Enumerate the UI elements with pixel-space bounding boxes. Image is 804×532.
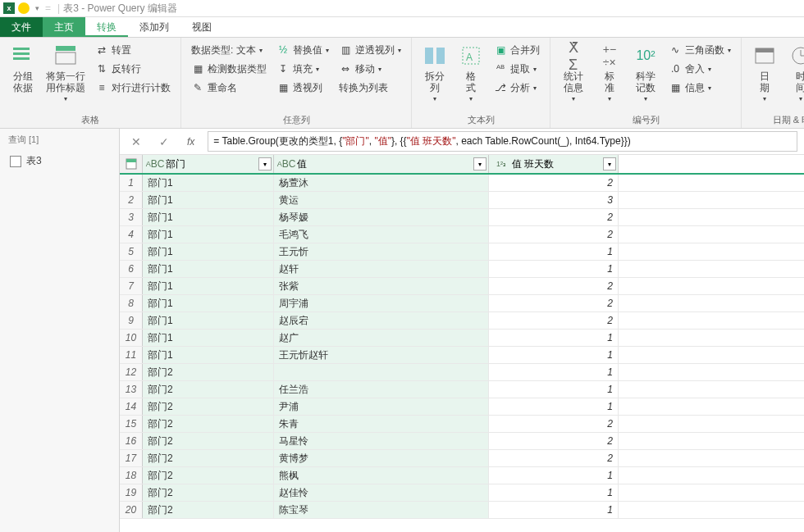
chevron-down-icon[interactable]: ▾ [35, 4, 39, 12]
scientific-button[interactable]: 10² 科学 记数▾ [629, 41, 662, 107]
query-item[interactable]: 表3 [0, 151, 119, 171]
row-number[interactable]: 19 [120, 484, 143, 501]
cell-count[interactable]: 1 [489, 398, 619, 415]
parse-button[interactable]: ⎇分析 ▾ [491, 79, 543, 97]
datatype-button[interactable]: 数据类型: 文本 ▾ [188, 41, 270, 59]
cell-value[interactable]: 王元忻 [274, 243, 489, 260]
split-column-button[interactable]: 拆分 列▾ [418, 41, 451, 107]
tab-home[interactable]: 主页 [43, 17, 85, 37]
time-button[interactable]: 时 间▾ [784, 41, 804, 107]
cell-dept[interactable]: 部门1 [143, 243, 274, 260]
cell-count[interactable]: 2 [489, 226, 619, 243]
cell-dept[interactable]: 部门1 [143, 278, 274, 294]
cell-dept[interactable]: 部门2 [143, 484, 274, 501]
row-number[interactable]: 7 [120, 278, 143, 294]
filter-dropdown-icon[interactable]: ▾ [603, 157, 616, 171]
table-row[interactable]: 11部门1王元忻赵轩1 [120, 347, 804, 364]
confirm-icon[interactable]: ✓ [154, 135, 174, 148]
table-row[interactable]: 4部门1毛鸿飞2 [120, 226, 804, 243]
table-row[interactable]: 19部门2赵佳怜1 [120, 484, 804, 502]
standard-button[interactable]: +−÷× 标 准▾ [593, 41, 626, 107]
row-number[interactable]: 17 [120, 450, 143, 466]
cell-dept[interactable]: 部门2 [143, 381, 274, 398]
cell-value[interactable]: 王元忻赵轩 [274, 347, 489, 363]
cell-count[interactable]: 1 [489, 381, 619, 398]
filter-dropdown-icon[interactable]: ▾ [258, 157, 272, 171]
trig-button[interactable]: ∿三角函数 ▾ [665, 41, 734, 59]
table-row[interactable]: 2部门1黄运3 [120, 192, 804, 209]
row-number[interactable]: 8 [120, 295, 143, 311]
statistics-button[interactable]: Χ̄Σ 统计 信息▾ [557, 41, 590, 107]
cell-count[interactable]: 1 [489, 347, 619, 363]
table-row[interactable]: 20部门2陈宝琴1 [120, 502, 804, 519]
table-row[interactable]: 17部门2黄博梦2 [120, 450, 804, 467]
cell-dept[interactable]: 部门2 [143, 364, 274, 380]
row-number[interactable]: 3 [120, 209, 143, 225]
date-button[interactable]: 日 期▾ [748, 41, 781, 107]
table-row[interactable]: 1部门1杨萱沐2 [120, 175, 804, 192]
table-row[interactable]: 12部门21 [120, 364, 804, 381]
table-row[interactable]: 13部门2任兰浩1 [120, 381, 804, 398]
cell-dept[interactable]: 部门2 [143, 450, 274, 466]
cell-count[interactable]: 2 [489, 312, 619, 329]
row-number[interactable]: 6 [120, 261, 143, 277]
select-all-corner[interactable] [120, 155, 143, 173]
cell-value[interactable]: 马星怜 [274, 433, 489, 449]
cell-count[interactable]: 1 [489, 364, 619, 380]
tab-transform[interactable]: 转换 [85, 17, 128, 37]
cell-value[interactable]: 黄博梦 [274, 450, 489, 466]
move-button[interactable]: ⇔移动 ▾ [336, 60, 404, 78]
formula-input[interactable]: = Table.Group(更改的类型1, {"部门", "值"}, {{"值 … [208, 131, 797, 152]
row-number[interactable]: 15 [120, 416, 143, 432]
row-number[interactable]: 11 [120, 347, 143, 363]
reverse-rows-button[interactable]: ⇅反转行 [92, 60, 174, 78]
row-number[interactable]: 13 [120, 381, 143, 398]
cell-value[interactable]: 尹浦 [274, 398, 489, 415]
row-number[interactable]: 16 [120, 433, 143, 449]
cell-value[interactable]: 任兰浩 [274, 381, 489, 398]
cell-value[interactable]: 毛鸿飞 [274, 226, 489, 243]
row-number[interactable]: 1 [120, 175, 143, 191]
cell-dept[interactable]: 部门1 [143, 209, 274, 225]
row-number[interactable]: 18 [120, 467, 143, 484]
count-rows-button[interactable]: ≡对行进行计数 [92, 79, 174, 97]
cell-count[interactable]: 1 [489, 484, 619, 501]
cell-count[interactable]: 2 [489, 416, 619, 432]
cell-value[interactable]: 赵佳怜 [274, 484, 489, 501]
column-header-value[interactable]: ABC 值 ▾ [274, 155, 489, 173]
table-row[interactable]: 8部门1周宇浦2 [120, 295, 804, 312]
round-button[interactable]: .0舍入 ▾ [665, 60, 734, 78]
cell-value[interactable] [274, 364, 489, 380]
row-number[interactable]: 14 [120, 398, 143, 415]
cell-value[interactable]: 朱青 [274, 416, 489, 432]
cancel-icon[interactable]: ✕ [126, 135, 146, 148]
table-row[interactable]: 14部门2尹浦1 [120, 398, 804, 416]
pivot-button[interactable]: ▦透视列 [273, 79, 332, 97]
cell-dept[interactable]: 部门1 [143, 347, 274, 363]
unpivot-button[interactable]: ▥逆透视列 ▾ [336, 41, 404, 59]
cell-dept[interactable]: 部门1 [143, 175, 274, 191]
cell-count[interactable]: 2 [489, 295, 619, 311]
table-row[interactable]: 6部门1赵轩1 [120, 261, 804, 278]
cell-dept[interactable]: 部门1 [143, 261, 274, 277]
table-row[interactable]: 10部门1赵广1 [120, 330, 804, 347]
cell-count[interactable]: 1 [489, 467, 619, 484]
cell-value[interactable]: 周宇浦 [274, 295, 489, 311]
cell-value[interactable]: 张紫 [274, 278, 489, 294]
cell-value[interactable]: 赵广 [274, 330, 489, 346]
table-row[interactable]: 18部门2熊枫1 [120, 467, 804, 484]
table-row[interactable]: 16部门2马星怜2 [120, 433, 804, 450]
firstrow-header-button[interactable]: 将第一行 用作标题▾ [43, 41, 89, 107]
cell-value[interactable]: 陈宝琴 [274, 502, 489, 518]
merge-columns-button[interactable]: ▣合并列 [491, 41, 543, 59]
info-button[interactable]: ▦信息 ▾ [665, 79, 734, 97]
format-button[interactable]: A 格 式▾ [455, 41, 487, 107]
cell-value[interactable]: 杨琴嫒 [274, 209, 489, 225]
cell-dept[interactable]: 部门2 [143, 502, 274, 518]
cell-dept[interactable]: 部门2 [143, 398, 274, 415]
fill-button[interactable]: ↧填充 ▾ [273, 60, 332, 78]
cell-count[interactable]: 1 [489, 261, 619, 277]
groupby-button[interactable]: 分组 依据 [7, 41, 39, 107]
detect-datatype-button[interactable]: ▦检测数据类型 [188, 60, 270, 78]
row-number[interactable]: 20 [120, 502, 143, 518]
